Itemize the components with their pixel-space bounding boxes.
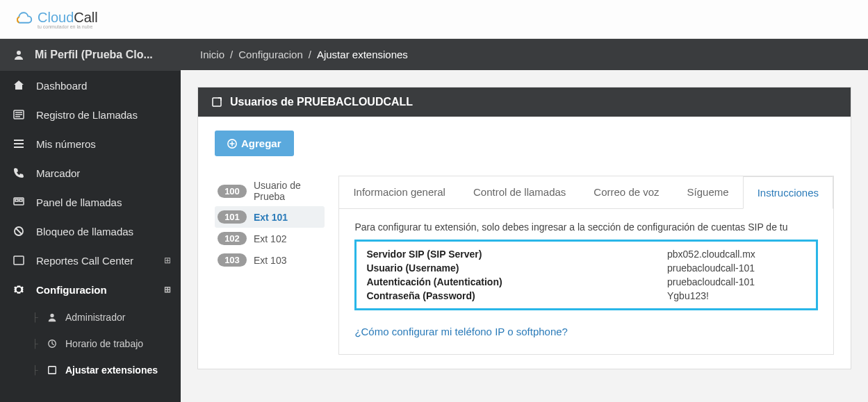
topbar: CloudCall tu conmutador en la nube [0, 0, 868, 39]
tree-glyph: ├ [32, 339, 39, 349]
breadcrumb-sep: / [309, 49, 311, 60]
extension-badge: 100 [218, 185, 247, 198]
logo[interactable]: CloudCall tu conmutador en la nube [13, 10, 98, 29]
sidebar-item-configuracion[interactable]: Configuracion ⊞ [0, 275, 181, 304]
sidebar-sub-horario[interactable]: ├ Horario de trabajo [28, 330, 181, 357]
sidebar-subnav: ├ Administrador ├ Horario de trabajo ├ A… [0, 304, 181, 383]
sidebar-item-label: Reportes Call Center [36, 255, 133, 267]
numbers-icon [13, 137, 25, 150]
block-icon [13, 225, 25, 237]
sip-pass-value: Ygbu123! [667, 290, 806, 301]
sip-pass-label: Contraseña (Password) [366, 290, 653, 301]
tab-info-general[interactable]: Informacion general [339, 176, 459, 208]
sidebar-item-panel[interactable]: Panel de llamadas [0, 187, 181, 217]
svg-rect-4 [19, 199, 22, 201]
svg-rect-9 [49, 367, 56, 374]
sidebar-sub-extensiones[interactable]: ├ Ajustar extensiones [28, 357, 181, 383]
sidebar-item-registro[interactable]: Registro de Llamadas [0, 100, 181, 129]
extension-badge: 103 [218, 253, 247, 267]
svg-point-0 [17, 51, 21, 55]
extension-item-103[interactable]: 103 Ext 103 [215, 249, 325, 271]
home-icon [13, 79, 25, 92]
svg-point-7 [50, 314, 54, 317]
sip-user-value: pruebacloudcall-101 [667, 262, 806, 274]
sidebar-profile[interactable]: Mi Perfil (Prueba Clo... [0, 39, 181, 71]
svg-rect-3 [15, 199, 18, 201]
tabs: Informacion general Control de llamadas … [339, 176, 833, 209]
gear-icon [13, 283, 25, 296]
logo-text: CloudCall [38, 10, 98, 25]
sip-server-label: Servidor SIP (SIP Server) [366, 249, 653, 260]
sidebar-item-reportes[interactable]: Reportes Call Center ⊞ [0, 246, 181, 275]
user-icon [13, 49, 25, 61]
panel-title: Usuarios de PRUEBACLOUDCALL [230, 96, 413, 108]
tab-control-llamadas[interactable]: Control de llamadas [459, 176, 580, 208]
user-icon [46, 311, 58, 324]
profile-label: Mi Perfil (Prueba Clo... [35, 49, 153, 61]
breadcrumb-inicio[interactable]: Inicio [200, 49, 224, 60]
extension-item-102[interactable]: 102 Ext 102 [215, 228, 325, 249]
tab-sigueme[interactable]: Sígueme [673, 176, 743, 208]
extension-list: 100 Usuario de Prueba 101 Ext 101 102 Ex… [215, 176, 325, 271]
sidebar-item-marcador[interactable]: Marcador [0, 158, 181, 187]
svg-rect-6 [14, 256, 24, 265]
sidebar-item-label: Mis números [36, 138, 96, 150]
extension-badge: 102 [218, 232, 247, 245]
sidebar-sub-label: Administrador [65, 312, 125, 323]
sip-credentials-box: Servidor SIP (SIP Server) pbx052.cloudca… [354, 240, 818, 310]
phone-icon [13, 167, 25, 179]
sidebar-item-dashboard[interactable]: Dashboard [0, 71, 181, 100]
expand-icon: ⊞ [164, 256, 171, 265]
extension-label: Ext 102 [254, 233, 286, 244]
ext-icon [211, 96, 223, 108]
breadcrumb-sep: / [230, 49, 233, 60]
add-button-label: Agregar [241, 137, 281, 149]
ext-icon [46, 364, 58, 376]
tab-body: Para configurar tu extensión, solo debes… [339, 209, 833, 354]
users-panel: Usuarios de PRUEBACLOUDCALL Agregar 100 … [197, 87, 851, 369]
panel-header: Usuarios de PRUEBACLOUDCALL [198, 87, 851, 117]
expand-icon: ⊞ [164, 285, 171, 294]
tab-correo-voz[interactable]: Correo de voz [580, 176, 673, 208]
sidebar-sub-admin[interactable]: ├ Administrador [28, 304, 181, 330]
extension-label: Ext 103 [254, 255, 286, 266]
sip-auth-value: pruebacloudcall-101 [667, 276, 806, 287]
sidebar-item-label: Bloqueo de llamadas [36, 226, 133, 237]
sidebar-item-label: Panel de llamadas [36, 196, 122, 208]
sidebar-item-numeros[interactable]: Mis números [0, 129, 181, 158]
sidebar: Mi Perfil (Prueba Clo... Dashboard Regis… [0, 39, 181, 402]
sip-auth-label: Autenticación (Autentication) [366, 276, 653, 287]
instructions-intro: Para configurar tu extensión, solo debes… [354, 221, 818, 233]
svg-rect-10 [213, 98, 221, 106]
logo-tagline: tu conmutador en la nube [38, 24, 98, 29]
tab-instrucciones[interactable]: Instrucciones [743, 176, 833, 209]
extension-detail: Informacion general Control de llamadas … [338, 176, 834, 355]
extension-item-101[interactable]: 101 Ext 101 [215, 206, 325, 228]
list-icon [13, 108, 25, 121]
sip-server-value: pbx052.cloudcall.mx [667, 249, 806, 260]
sidebar-item-label: Marcador [36, 167, 80, 179]
panel-icon [13, 196, 25, 208]
add-button[interactable]: Agregar [215, 131, 294, 156]
extension-item-100[interactable]: 100 Usuario de Prueba [215, 176, 325, 206]
cloud-logo-icon [13, 12, 33, 27]
sidebar-item-label: Registro de Llamadas [36, 109, 138, 121]
help-link[interactable]: ¿Cómo configurar mi teléfono IP o softph… [354, 326, 568, 337]
reports-icon [13, 254, 25, 267]
tree-glyph: ├ [32, 365, 39, 375]
extension-badge: 101 [218, 210, 247, 224]
extension-label: Ext 101 [254, 212, 288, 223]
sidebar-item-bloqueo[interactable]: Bloqueo de llamadas [0, 217, 181, 246]
sidebar-sub-label: Ajustar extensiones [65, 365, 158, 376]
plus-icon [227, 139, 237, 149]
sip-user-label: Usuario (Username) [366, 262, 653, 274]
extension-label: Usuario de Prueba [254, 180, 322, 202]
sidebar-item-label: Configuracion [36, 284, 107, 296]
sidebar-sub-label: Horario de trabajo [65, 338, 143, 349]
breadcrumb-current: Ajustar extensiones [317, 49, 408, 60]
clock-icon [46, 337, 58, 350]
main: Inicio / Configuracion / Ajustar extensi… [181, 39, 868, 402]
breadcrumb: Inicio / Configuracion / Ajustar extensi… [181, 39, 868, 70]
tree-glyph: ├ [32, 312, 39, 322]
breadcrumb-config[interactable]: Configuracion [238, 49, 303, 60]
